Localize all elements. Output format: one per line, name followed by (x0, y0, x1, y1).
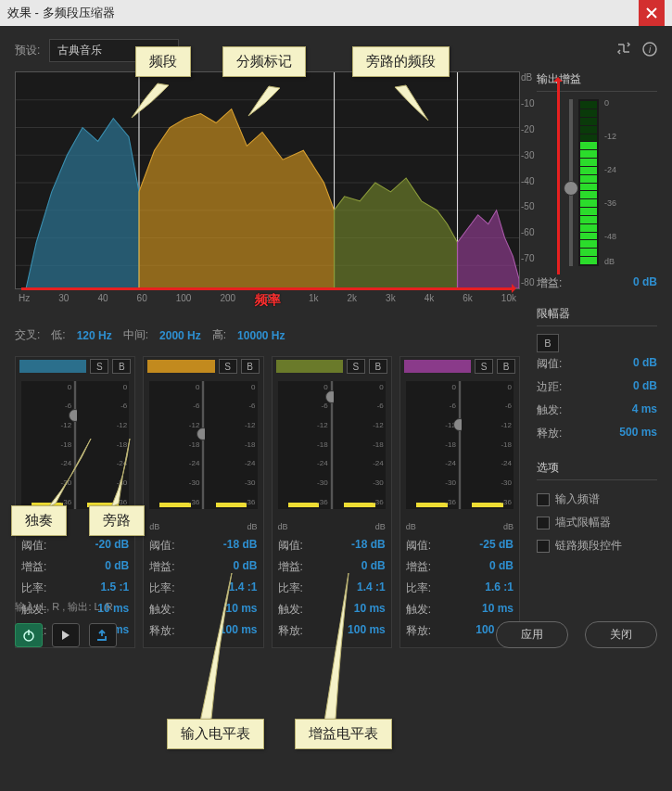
input-meter: 0-6-12-18-24-30-36 (149, 381, 201, 509)
apply-button[interactable]: 应用 (496, 621, 568, 648)
solo-button[interactable]: S (475, 359, 493, 374)
band-threshold[interactable]: -20 dB (95, 538, 130, 554)
solo-button[interactable]: S (90, 359, 108, 374)
crossover-high[interactable]: 10000 Hz (237, 329, 285, 342)
info-icon[interactable]: i (642, 42, 657, 59)
option-link-bands[interactable]: 链路频段控件 (537, 534, 657, 557)
gain-meter: 0-6-12-18-24-30-36 (334, 381, 386, 509)
option-brickwall[interactable]: 墙式限幅器 (537, 511, 657, 534)
close-button[interactable] (639, 0, 665, 26)
limiter-margin[interactable]: 0 dB (633, 379, 657, 395)
band-color-strip (276, 360, 343, 373)
play-button[interactable] (52, 623, 80, 647)
annotation-bypass: 旁路 (89, 505, 145, 536)
input-meter: 0-6-12-18-24-30-36 (21, 381, 73, 509)
annotation-solo: 独奏 (11, 505, 67, 536)
export-icon[interactable] (89, 623, 117, 647)
annotation-gain-meter: 增益电平表 (295, 719, 392, 749)
annotation-bypassed-band: 旁路的频段 (352, 46, 450, 77)
limiter-bypass-button[interactable]: B (537, 334, 559, 352)
preset-row: 预设: 古典音乐 i (15, 39, 657, 62)
output-meter (578, 99, 599, 266)
limiter-release[interactable]: 500 ms (619, 426, 657, 441)
svg-text:i: i (649, 45, 652, 55)
band-ratio[interactable]: 1.5 :1 (101, 580, 130, 596)
titlebar: 效果 - 多频段压缩器 (0, 0, 672, 26)
power-button[interactable] (15, 623, 43, 647)
threshold-slider[interactable] (74, 381, 76, 509)
solo-button[interactable]: S (219, 359, 237, 374)
band-gain[interactable]: 0 dB (105, 559, 129, 575)
y-axis-arrow (557, 80, 560, 274)
band-gain[interactable]: 0 dB (361, 559, 386, 575)
annotation-input-meter: 输入电平表 (167, 719, 264, 749)
band-threshold[interactable]: -18 dB (223, 538, 258, 554)
band-ratio[interactable]: 1.6 :1 (485, 580, 514, 596)
band-ratio[interactable]: 1.4 :1 (357, 580, 386, 596)
band-color-strip (19, 360, 86, 373)
input-meter: 0-6-12-18-24-30-36 (406, 381, 458, 509)
solo-button[interactable]: S (347, 359, 365, 374)
threshold-slider[interactable] (459, 381, 461, 509)
routing-icon[interactable] (616, 42, 631, 59)
options-title: 选项 (537, 460, 657, 480)
output-gain-knob[interactable] (564, 181, 578, 196)
band-color-strip (404, 360, 471, 373)
threshold-slider[interactable] (202, 381, 204, 509)
annotation-crossover-marker: 分频标记 (222, 46, 306, 77)
crossover-low[interactable]: 120 Hz (77, 329, 112, 342)
limiter-threshold[interactable]: 0 dB (633, 356, 657, 372)
band-gain[interactable]: 0 dB (233, 559, 257, 575)
band-threshold[interactable]: -18 dB (351, 538, 386, 554)
window-title: 效果 - 多频段压缩器 (7, 5, 115, 21)
option-input-spectrum[interactable]: 输入频谱 (537, 488, 657, 511)
limiter-title: 限幅器 (537, 306, 657, 326)
bypass-button[interactable]: B (497, 359, 515, 374)
limiter-attack[interactable]: 4 ms (632, 402, 657, 418)
bypass-button[interactable]: B (112, 359, 131, 374)
crossover-mid[interactable]: 2000 Hz (159, 329, 201, 342)
freq-annotation: 频率 (255, 292, 281, 309)
x-axis-arrow (21, 287, 514, 290)
db-scale: dB -10 -20 -30 -40 -50 -60 -70 -80 (521, 72, 541, 288)
band-gain[interactable]: 0 dB (489, 559, 514, 575)
close-button-footer[interactable]: 关闭 (585, 621, 657, 648)
preset-label: 预设: (15, 43, 40, 58)
bypass-button[interactable]: B (369, 359, 387, 374)
annotation-band: 频段 (135, 46, 191, 77)
spectrum-display[interactable]: 频率 dB -10 -20 -30 -40 -50 -60 -70 -80 (15, 71, 520, 289)
output-gain-value[interactable]: 0 dB (633, 275, 657, 291)
gain-meter: 0-6-12-18-24-30-36 (77, 381, 129, 509)
threshold-slider[interactable] (331, 381, 333, 509)
band-ratio[interactable]: 1.4 :1 (229, 580, 258, 596)
input-meter: 0-6-12-18-24-30-36 (278, 381, 330, 509)
gain-meter: 0-6-12-18-24-30-36 (462, 381, 514, 509)
crossover-row: 交叉: 低: 120 Hz 中间: 2000 Hz 高: 10000 Hz (15, 327, 520, 343)
band-threshold[interactable]: -25 dB (479, 538, 514, 554)
bypass-button[interactable]: B (241, 359, 260, 374)
io-label: 输入: L, R , 输出: L, R (15, 600, 657, 614)
output-gain-slider[interactable] (569, 99, 573, 266)
band-color-strip (147, 360, 214, 373)
gain-meter: 0-6-12-18-24-30-36 (205, 381, 257, 509)
